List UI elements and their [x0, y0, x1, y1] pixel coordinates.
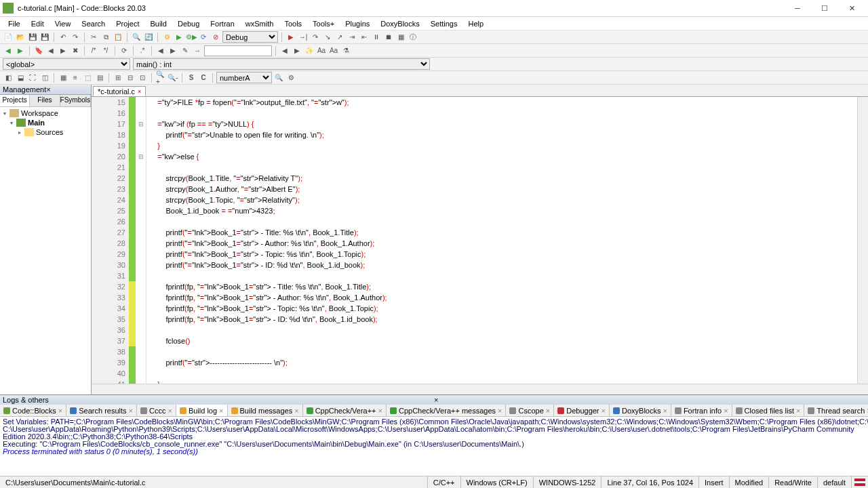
filter-icon[interactable]: ⚗: [340, 45, 351, 56]
replace-icon[interactable]: 🔄: [143, 32, 154, 43]
build-target-select[interactable]: Debug: [222, 31, 278, 43]
logs-body[interactable]: Set Variables: PATH=;C:\Program Files\Co…: [0, 417, 868, 476]
highlight-prev-icon[interactable]: ◀: [155, 45, 166, 56]
menu-doxyblocks[interactable]: DoxyBlocks: [375, 18, 425, 29]
tab-close-icon[interactable]: ×: [138, 88, 141, 95]
scope-global-select[interactable]: <global>: [3, 58, 130, 70]
log-tab-6[interactable]: CppCheck/Vera++ messages×: [387, 405, 507, 416]
bookmark-toggle-icon[interactable]: 🔖: [33, 45, 44, 56]
info-icon[interactable]: ⓘ: [408, 32, 418, 43]
next-instr-icon[interactable]: ⇥: [347, 32, 357, 43]
menu-file[interactable]: File: [3, 18, 26, 29]
abort-icon[interactable]: ⊘: [210, 32, 221, 43]
menu-fortran[interactable]: Fortran: [205, 18, 239, 29]
menu-settings[interactable]: Settings: [425, 18, 463, 29]
highlight-next-icon[interactable]: ▶: [167, 45, 178, 56]
goto-icon[interactable]: →: [192, 45, 203, 56]
search-go-icon[interactable]: 🔍: [273, 73, 284, 83]
break-icon[interactable]: ⏸: [371, 32, 382, 43]
log-tab-10[interactable]: Fortran info×: [671, 405, 732, 416]
menu-project[interactable]: Project: [111, 18, 144, 29]
code-editor[interactable]: 1516171819202122232425262728293031323334…: [92, 97, 868, 384]
tab-projects[interactable]: Projects: [0, 95, 30, 106]
undo-icon[interactable]: ↶: [58, 32, 68, 43]
split-icon[interactable]: ◫: [39, 73, 50, 83]
source-text[interactable]: ="ty">FILE *fp = fopen("="lnk">output_fi…: [146, 97, 857, 384]
find-icon[interactable]: 🔍: [131, 32, 142, 43]
log-tab-2[interactable]: Cccc×: [137, 405, 176, 416]
build-run-icon[interactable]: ⚙▶: [186, 32, 197, 43]
doxy-block-icon[interactable]: */: [100, 45, 111, 56]
goto-input[interactable]: [204, 45, 272, 56]
zoom-out-icon[interactable]: 🔍-: [167, 73, 178, 83]
bookmark-prev-icon[interactable]: ◀: [45, 45, 56, 56]
next-line-icon[interactable]: ↷: [310, 32, 321, 43]
build-icon[interactable]: ⚙: [161, 32, 172, 43]
tab-fsymbols[interactable]: FSymbols: [60, 95, 91, 106]
editor-tab-active[interactable]: *c-tutorial.c×: [93, 86, 146, 96]
tree-sources[interactable]: ▸Sources: [16, 127, 90, 137]
redo-icon[interactable]: ↷: [70, 32, 81, 43]
select-word-icon[interactable]: ⬚: [82, 73, 93, 83]
bookmark-next-icon[interactable]: ▶: [58, 45, 68, 56]
menu-tools+[interactable]: Tools+: [307, 18, 340, 29]
menu-debug[interactable]: Debug: [172, 18, 205, 29]
log-tab-8[interactable]: Debugger×: [554, 405, 610, 416]
log-tab-7[interactable]: Cscope×: [506, 405, 554, 416]
maximize-button[interactable]: ☐: [811, 1, 838, 16]
select-all-icon[interactable]: ▤: [94, 73, 105, 83]
regex-icon[interactable]: .*: [137, 45, 148, 56]
horizontal-scrollbar[interactable]: [92, 384, 868, 394]
log-tab-1[interactable]: Search results×: [66, 405, 137, 416]
minimize-button[interactable]: ─: [784, 1, 811, 16]
paste-icon[interactable]: 📋: [113, 32, 123, 43]
fold1-icon[interactable]: ⊞: [113, 73, 123, 83]
source-icon[interactable]: S: [186, 73, 197, 83]
copy-icon[interactable]: ⧉: [100, 32, 111, 43]
aa-icon[interactable]: Aa: [316, 45, 327, 56]
menu-edit[interactable]: Edit: [26, 18, 50, 29]
vertical-scrollbar[interactable]: [857, 97, 868, 384]
menu-tools[interactable]: Tools: [279, 18, 307, 29]
log-tab-11[interactable]: Closed files list×: [732, 405, 805, 416]
management-close-icon[interactable]: ×: [46, 85, 88, 94]
toggle-sidebar-icon[interactable]: ◧: [3, 73, 14, 83]
menu-help[interactable]: Help: [462, 18, 489, 29]
rebuild-icon[interactable]: ⟳: [198, 32, 209, 43]
lang-flag-icon[interactable]: [854, 479, 865, 486]
search-opt-icon[interactable]: ⚙: [285, 73, 296, 83]
debug-icon[interactable]: ▶: [285, 32, 296, 43]
fold2-icon[interactable]: ⊟: [125, 73, 136, 83]
wand-icon[interactable]: ✨: [304, 45, 315, 56]
symbol-search-select[interactable]: numberA: [216, 72, 272, 83]
menu-build[interactable]: Build: [144, 18, 172, 29]
log-tab-0[interactable]: Code::Blocks×: [0, 405, 66, 416]
menu-wxsmith[interactable]: wxSmith: [240, 18, 279, 29]
project-tree[interactable]: ▾Workspace ▾Main ▸Sources: [0, 107, 91, 394]
swap-icon[interactable]: C: [198, 73, 209, 83]
log-tab-9[interactable]: DoxyBlocks×: [610, 405, 671, 416]
select-line-icon[interactable]: ≡: [70, 73, 81, 83]
log-tab-12[interactable]: Thread search×: [804, 405, 868, 416]
menu-search[interactable]: Search: [76, 18, 111, 29]
tab-files[interactable]: Files: [30, 95, 60, 106]
step-into-icon[interactable]: ↘: [322, 32, 333, 43]
open-file-icon[interactable]: 📂: [15, 32, 26, 43]
fold3-icon[interactable]: ⊡: [137, 73, 148, 83]
refresh-icon[interactable]: ⟳: [119, 45, 130, 56]
run-to-cursor-icon[interactable]: →|: [298, 32, 309, 43]
debug-windows-icon[interactable]: ▦: [395, 32, 406, 43]
log-tab-3[interactable]: Build log×: [176, 405, 228, 416]
close-button[interactable]: ✕: [838, 1, 865, 16]
zoom-in-icon[interactable]: 🔍+: [155, 73, 166, 83]
bookmark-clear-icon[interactable]: ✖: [70, 45, 81, 56]
step-instr-icon[interactable]: ⇤: [359, 32, 370, 43]
log-tab-5[interactable]: CppCheck/Vera++×: [303, 405, 387, 416]
tree-workspace[interactable]: ▾Workspace: [1, 108, 90, 118]
save-icon[interactable]: 💾: [27, 32, 38, 43]
highlight-icon[interactable]: ✎: [180, 45, 191, 56]
back-icon[interactable]: ◀: [3, 45, 14, 56]
forward-icon[interactable]: ▶: [15, 45, 26, 56]
save-all-icon[interactable]: 💾: [39, 32, 50, 43]
scope-func-select[interactable]: main() : int: [133, 58, 430, 70]
